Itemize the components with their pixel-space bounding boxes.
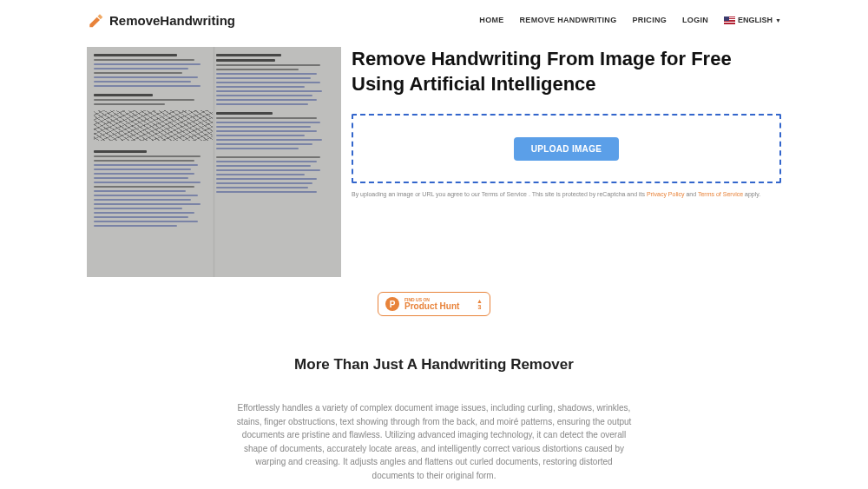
hero-right: Remove Handwriting From Image for Free U… [350,47,781,277]
section-description: Effortlessly handles a variety of comple… [234,401,634,482]
privacy-policy-link[interactable]: Privacy Policy [647,191,685,197]
language-selector[interactable]: ENGLISH ▼ [724,16,781,24]
ph-upvote: ▲ 3 [477,298,483,310]
product-hunt-badge[interactable]: P FIND US ON Product Hunt ▲ 3 [378,292,490,316]
language-label: ENGLISH [738,16,773,24]
logo-area[interactable]: RemoveHandwriting [87,11,235,29]
upvote-arrow-icon: ▲ [477,298,483,304]
header: RemoveHandwriting HOME REMOVE HANDWRITIN… [87,0,781,40]
ph-name-label: Product Hunt [404,302,459,311]
nav-pricing[interactable]: PRICING [632,16,667,24]
upload-button[interactable]: UPLOAD IMAGE [514,137,619,161]
upload-dropzone[interactable]: UPLOAD IMAGE [352,114,781,183]
hero-sample-image [87,47,341,277]
hero-section: Remove Handwriting From Image for Free U… [87,47,781,277]
section-title: More Than Just A Handwriting Remover [0,356,868,373]
hero-title: Remove Handwriting From Image for Free U… [352,47,781,96]
logo-icon [87,11,104,29]
nav-home[interactable]: HOME [479,16,503,24]
terms-text: By uploading an image or URL you agree t… [352,190,781,199]
flag-us-icon [724,17,735,24]
terms-of-service-link[interactable]: Terms of Service [698,191,743,197]
chevron-down-icon: ▼ [775,17,781,23]
nav-remove-handwriting[interactable]: REMOVE HANDWRITING [520,16,617,24]
brand-name: RemoveHandwriting [109,13,235,28]
nav: HOME REMOVE HANDWRITING PRICING LOGIN EN… [479,16,781,24]
product-hunt-icon: P [385,297,399,311]
ph-left: P FIND US ON Product Hunt [385,297,459,311]
nav-login[interactable]: LOGIN [682,16,708,24]
upvote-count: 3 [478,304,482,310]
